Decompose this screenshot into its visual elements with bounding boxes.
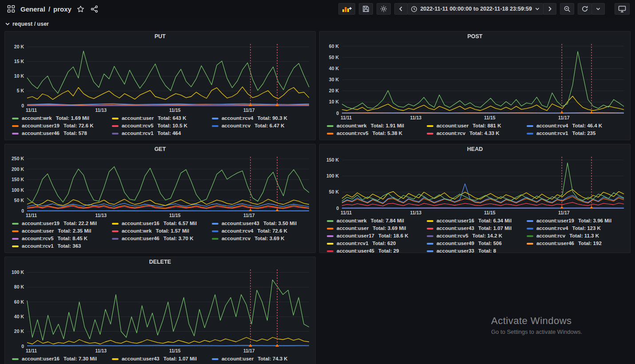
legend-series-total: Total: 7.84 Mil xyxy=(371,217,404,225)
y-axis-tick-label: 60 K xyxy=(14,299,24,305)
cycle-view-mode-button[interactable] xyxy=(615,3,630,15)
y-axis-tick-label: 50 K xyxy=(14,198,24,203)
legend-item[interactable]: account:rcv5Total: 14.2 K xyxy=(427,232,527,240)
panel-title[interactable]: DELETE xyxy=(5,257,315,267)
legend-item[interactable]: account:rcvTotal: 4.33 K xyxy=(427,130,527,137)
legend-series-name: account:user xyxy=(337,225,369,232)
legend-series-total: Total: 22.2 Mil xyxy=(64,220,97,227)
share-icon[interactable] xyxy=(90,4,99,14)
legend-item[interactable]: account:wrkTotal: 1.91 Mil xyxy=(327,122,427,130)
legend-item[interactable]: account:rcv1Total: 235 xyxy=(527,130,627,137)
breadcrumb[interactable]: General / proxy xyxy=(20,5,71,13)
y-axis-tick-label: 0 xyxy=(21,344,24,349)
legend-item[interactable]: account:userTotal: 2.35 Mil xyxy=(12,227,112,235)
chart-area[interactable]: 050 K100 K150 K200 K250 K11/1111/1311/15… xyxy=(8,154,313,219)
y-axis-tick-label: 40 K xyxy=(329,66,339,71)
legend-swatch xyxy=(112,223,119,225)
y-axis-tick-label: 20 K xyxy=(14,44,24,49)
chart-area[interactable]: 010 K20 K30 K40 K50 K60 K11/1111/1311/15… xyxy=(322,41,627,121)
legend-series-total: Total: 1.57 Mil xyxy=(156,227,189,235)
legend-item[interactable]: account:rcv1Total: 363 xyxy=(12,242,112,250)
legend-item[interactable]: account:rcv1Total: 464 xyxy=(112,130,212,137)
legend-item[interactable]: account:userTotal: 643 K xyxy=(112,115,212,122)
legend-item[interactable]: account:wrkTotal: 1.57 Mil xyxy=(112,227,212,235)
legend-swatch xyxy=(112,133,119,135)
add-panel-button[interactable] xyxy=(338,3,355,15)
legend-series-name: account:rcv xyxy=(222,235,250,242)
legend-series-name: account:rcv4 xyxy=(536,122,568,130)
y-axis-tick-label: 0 xyxy=(336,111,339,116)
legend-item[interactable]: account:user16Total: 6.57 Mil xyxy=(112,220,212,227)
legend-item[interactable]: account:user46Total: 192 xyxy=(527,240,627,247)
legend-series-total: Total: 18.6 K xyxy=(378,232,409,240)
legend-item[interactable]: account:user46Total: 578 xyxy=(12,130,112,137)
gear-icon xyxy=(380,5,387,12)
chart-area[interactable]: 05 K10 K15 K20 K11/1111/1311/1511/17 xyxy=(8,41,313,114)
legend-series-name: account:user43 xyxy=(122,355,159,363)
legend-item[interactable]: account:user19Total: 22.2 Mil xyxy=(12,220,112,227)
legend-item[interactable]: account:user49Total: 506 xyxy=(427,240,527,247)
legend-series-total: Total: 5.38 K xyxy=(373,130,403,137)
legend-series-name: account:rcv1 xyxy=(337,240,369,247)
legend-item[interactable]: account:rcv4Total: 90.3 K xyxy=(212,115,312,122)
zoom-out-button[interactable] xyxy=(560,3,574,15)
legend-item[interactable]: account:rcv5Total: 8.45 K xyxy=(12,235,112,242)
legend-item[interactable]: account:wrkTotal: 1.69 Mil xyxy=(12,115,112,122)
refresh-button[interactable] xyxy=(578,3,592,15)
legend-item[interactable]: account:userTotal: 3.69 Mil xyxy=(327,225,427,232)
x-axis-tick-label: 11/13 xyxy=(410,115,422,120)
legend-item[interactable]: account:user19Total: 72.6 K xyxy=(12,122,112,130)
legend-series-total: Total: 3.50 Mil xyxy=(263,220,297,227)
legend: account:wrkTotal: 1.91 Milaccount:userTo… xyxy=(320,121,630,140)
legend-item[interactable]: account:wrkTotal: 7.84 Mil xyxy=(327,217,427,225)
legend-item[interactable]: account:rcv5Total: 5.38 K xyxy=(327,130,427,137)
legend-series-total: Total: 3.70 K xyxy=(163,235,194,242)
refresh-interval-dropdown[interactable] xyxy=(591,3,605,15)
legend-item[interactable]: account:rcvTotal: 11.3 K xyxy=(527,232,627,240)
y-axis-tick-label: 100 K xyxy=(12,187,24,193)
y-axis-tick-label: 30 K xyxy=(329,77,339,82)
chart-area[interactable]: 020 K40 K60 K80 K100 K11/1111/1311/1511/… xyxy=(8,267,313,354)
dashboards-grid-icon[interactable] xyxy=(6,4,16,14)
chart-area[interactable]: 050 K100 K150 K11/1111/1311/1511/17 xyxy=(322,154,627,216)
legend-item[interactable]: account:user43Total: 1.07 Mil xyxy=(427,225,527,232)
legend-item[interactable]: account:user43Total: 1.07 Mil xyxy=(112,355,212,363)
panel-title[interactable]: HEAD xyxy=(320,144,630,154)
save-dashboard-button[interactable] xyxy=(359,3,373,15)
legend-item[interactable]: account:rcv1Total: 620 xyxy=(327,240,427,247)
legend-item[interactable]: account:userTotal: 881 K xyxy=(427,122,527,130)
legend-item[interactable]: account:rcvTotal: 6.47 K xyxy=(212,122,312,130)
legend-item[interactable]: account:user45Total: 29 xyxy=(327,247,427,253)
time-range-back-button[interactable] xyxy=(394,3,408,15)
legend-item[interactable]: account:user43Total: 3.50 Mil xyxy=(212,220,312,227)
legend-item[interactable]: account:user46Total: 3.70 K xyxy=(112,235,212,242)
series-line xyxy=(27,51,309,93)
legend-series-name: account:user33 xyxy=(437,247,474,253)
legend-item[interactable]: account:user16Total: 6.34 Mil xyxy=(427,217,527,225)
legend-item[interactable]: account:rcv4Total: 46.4 K xyxy=(527,122,627,130)
y-axis-tick-label: 250 K xyxy=(12,156,24,161)
time-range-button[interactable]: 2022-11-11 00:00:00 to 2022-11-18 23:59:… xyxy=(407,3,544,15)
legend-item[interactable]: account:user17Total: 18.6 K xyxy=(327,232,427,240)
legend-item[interactable]: account:user16Total: 7.30 Mil xyxy=(12,355,112,363)
legend-item[interactable]: account:rcv4Total: 72.6 K xyxy=(212,227,312,235)
dashboard-settings-button[interactable] xyxy=(377,3,391,15)
legend-series-total: Total: 192 xyxy=(578,240,602,247)
legend-item[interactable]: account:user33Total: 8 xyxy=(427,247,527,253)
breadcrumb-dashboard[interactable]: proxy xyxy=(53,5,71,13)
legend-item[interactable]: account:rcv4Total: 123 K xyxy=(527,225,627,232)
panel-title[interactable]: PUT xyxy=(5,32,315,41)
x-axis-tick-label: 11/11 xyxy=(26,348,37,353)
legend-series-name: account:user xyxy=(437,122,468,130)
star-icon[interactable] xyxy=(76,4,85,14)
series-line xyxy=(27,199,309,206)
legend-item[interactable]: account:user19Total: 3.96 Mil xyxy=(527,217,627,225)
legend-item[interactable]: account:rcv5Total: 10.5 K xyxy=(112,122,212,130)
time-range-forward-button[interactable] xyxy=(543,3,556,15)
legend-item[interactable]: account:rcvTotal: 3.69 K xyxy=(212,235,312,242)
panel-title[interactable]: POST xyxy=(320,32,630,41)
breadcrumb-folder[interactable]: General xyxy=(20,5,45,13)
legend-item[interactable]: account:userTotal: 74.3 K xyxy=(212,355,312,363)
panel-title[interactable]: GET xyxy=(5,144,315,154)
row-header-request-user[interactable]: request / user xyxy=(0,18,635,30)
